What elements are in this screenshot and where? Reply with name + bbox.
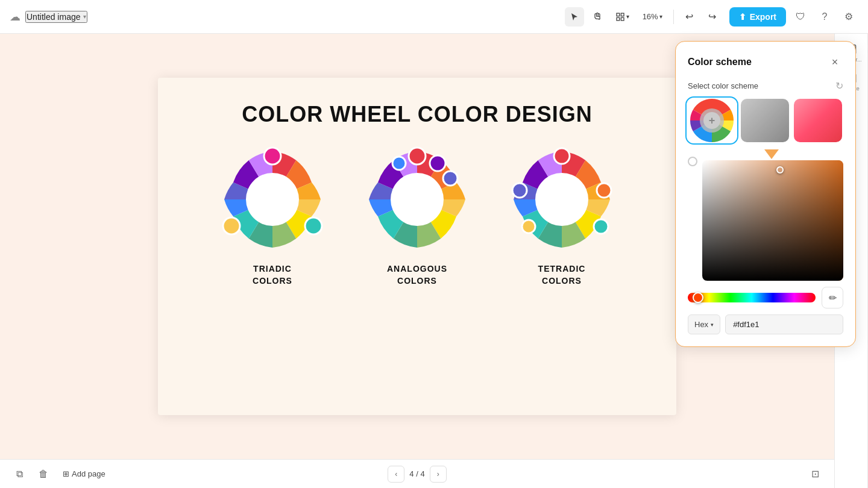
add-page-button[interactable]: ⊞ Add page: [58, 467, 110, 481]
toolbar-separator: [673, 10, 674, 24]
wheel-item-tetradic: TETRADICCOLORS: [508, 145, 616, 287]
color-wheel-analogous: [363, 145, 471, 254]
color-wheel-tetradic: [508, 145, 616, 254]
svg-point-17: [594, 219, 608, 234]
select-tool-button[interactable]: [565, 7, 584, 27]
zoom-value: 16%: [643, 12, 658, 21]
panel-header: Color scheme ×: [688, 54, 843, 70]
gradient-handle[interactable]: [776, 166, 784, 174]
page-info: 4 / 4: [409, 469, 424, 478]
svg-point-4: [246, 173, 299, 226]
zoom-arrow-icon: ▾: [659, 13, 662, 20]
slide-title: COLOR WHEEL COLOR DESIGN: [242, 102, 592, 127]
next-page-button[interactable]: ›: [430, 466, 447, 483]
svg-rect-1: [621, 13, 624, 16]
export-icon: ⬆: [739, 12, 746, 22]
wheel-label-tetradic: TETRADICCOLORS: [538, 263, 586, 287]
svg-rect-0: [617, 13, 620, 16]
prev-page-button[interactable]: ‹: [388, 466, 404, 483]
svg-rect-2: [617, 17, 620, 20]
layout-arrow-icon: ▾: [626, 13, 629, 20]
swatch-rainbow[interactable]: +: [688, 99, 736, 142]
export-label: Export: [750, 12, 776, 22]
wheel-label-analogous: ANALOGOUSCOLORS: [387, 263, 447, 287]
file-dropdown-icon: ▾: [83, 13, 86, 20]
hex-row: Hex ▾: [688, 314, 843, 334]
scheme-swatches: +: [688, 99, 843, 142]
hue-handle[interactable]: [693, 292, 703, 303]
eyedropper-button[interactable]: ✏: [822, 287, 843, 308]
svg-point-12: [443, 171, 458, 186]
panel-title: Color scheme: [688, 57, 752, 67]
wheel-item-analogous: ANALOGOUSCOLORS: [363, 145, 471, 287]
color-gradient-picker[interactable]: [702, 160, 843, 281]
topbar: ☁ Untitled image ▾ ▾ 16% ▾ ↩ ↪ ⬆ Export …: [0, 0, 868, 34]
color-radio[interactable]: [688, 157, 697, 166]
bottom-bar: ⧉ 🗑 ⊞ Add page ‹ 4 / 4 › ⊡: [0, 459, 834, 488]
add-page-icon: ⊞: [63, 469, 69, 478]
bottom-center: ‹ 4 / 4 ›: [388, 466, 446, 483]
select-label-text: Select color scheme: [688, 81, 758, 90]
cloud-icon: ☁: [10, 10, 20, 23]
svg-point-10: [430, 155, 445, 171]
undo-button[interactable]: ↩: [680, 7, 699, 27]
select-color-scheme-label: Select color scheme ↻: [688, 80, 843, 92]
slide: COLOR WHEEL COLOR DESIGN: [158, 78, 676, 415]
file-title-button[interactable]: Untitled image ▾: [25, 11, 87, 23]
bottom-left: ⧉ 🗑 ⊞ Add page: [10, 465, 380, 484]
picker-row: [688, 152, 843, 281]
refresh-icon[interactable]: ↻: [835, 80, 843, 92]
svg-point-16: [512, 183, 527, 198]
file-name: Untitled image: [27, 12, 81, 22]
svg-point-7: [305, 217, 322, 234]
hex-type-label: Hex: [694, 320, 708, 329]
svg-point-13: [535, 173, 588, 226]
export-button[interactable]: ⬆ Export: [729, 7, 786, 27]
bottom-right: ⊡: [454, 465, 825, 484]
eyedropper-icon: ✏: [829, 292, 837, 304]
topbar-right: ⬆ Export 🛡 ? ⚙: [729, 7, 858, 27]
settings-icon-button[interactable]: ⚙: [839, 7, 858, 27]
shield-icon-button[interactable]: 🛡: [791, 7, 810, 27]
svg-point-14: [554, 148, 570, 164]
hex-type-button[interactable]: Hex ▾: [688, 314, 720, 334]
topbar-center: ▾ 16% ▾ ↩ ↪: [565, 7, 722, 27]
wheels-row: TRIADICCOLORS: [218, 145, 616, 287]
hue-slider[interactable]: [688, 293, 816, 302]
cursor-arrow-icon: [764, 149, 779, 159]
help-icon-button[interactable]: ?: [815, 7, 834, 27]
color-scheme-panel: Color scheme × Select color scheme ↻: [675, 41, 856, 347]
swatch-pink[interactable]: [794, 99, 842, 142]
topbar-left: ☁ Untitled image ▾: [10, 10, 558, 23]
color-wheel-triadic: [218, 145, 327, 254]
add-page-label: Add page: [72, 469, 105, 478]
wheel-item-triadic: TRIADICCOLORS: [218, 145, 327, 287]
svg-point-5: [264, 148, 281, 164]
expand-button[interactable]: ⊡: [805, 465, 825, 484]
svg-point-9: [409, 148, 426, 164]
color-picker-wrapper: [702, 152, 843, 281]
panel-close-button[interactable]: ×: [826, 54, 843, 70]
layout-tool-button[interactable]: ▾: [611, 10, 634, 24]
delete-page-button[interactable]: 🗑: [34, 465, 53, 484]
svg-text:+: +: [709, 114, 715, 127]
zoom-button[interactable]: 16% ▾: [638, 10, 667, 23]
swatch-gray[interactable]: [741, 99, 789, 142]
svg-point-15: [597, 183, 611, 198]
hue-slider-row: ✏: [688, 287, 843, 308]
redo-button[interactable]: ↪: [703, 7, 722, 27]
svg-point-11: [392, 157, 406, 170]
svg-point-18: [522, 220, 535, 233]
hand-tool-button[interactable]: [588, 7, 607, 27]
copy-page-button[interactable]: ⧉: [10, 465, 29, 484]
svg-point-6: [223, 217, 240, 234]
wheel-label-triadic: TRIADICCOLORS: [253, 263, 292, 287]
hex-value-input[interactable]: [725, 314, 843, 334]
svg-rect-3: [621, 17, 624, 20]
svg-point-8: [391, 173, 444, 226]
hex-type-arrow: ▾: [711, 322, 714, 328]
